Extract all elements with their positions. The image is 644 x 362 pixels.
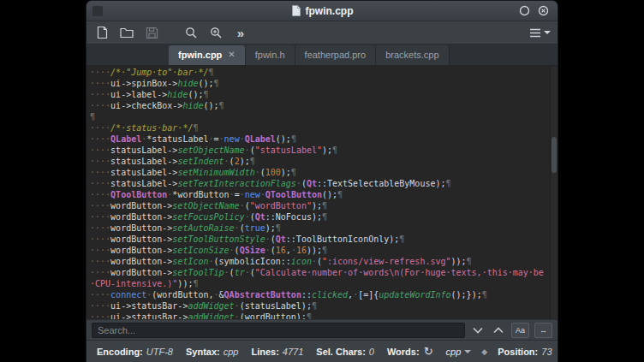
code-line: ····ui->spinBox->hide();¶ [90,78,548,89]
code-editor[interactable]: ····/*·"Jump·to"·bar·*/¶····ui->spinBox-… [86,66,558,319]
screen: fpwin.cpp [0,0,644,362]
code-line: ····wordButton->setToolButtonStyle·(Qt::… [90,234,548,245]
hamburger-menu-icon [529,28,541,38]
syntax-status: Syntax: cpp [186,347,239,357]
chevron-down-icon [473,327,483,334]
pilcrow-mark: ¶ [337,190,343,199]
window-menu-icon[interactable] [92,6,103,16]
pilcrow-mark: ¶ [322,246,327,255]
menu-button[interactable] [529,24,551,41]
tab-fpwin-h[interactable]: fpwin.h [246,45,295,65]
pilcrow-mark: ¶ [332,145,337,155]
maximize-icon [519,5,530,16]
match-case-button[interactable]: Aa [511,323,529,338]
code-line: ····statusLabel->setMinimumWidth·(100);¶ [90,167,548,178]
close-icon [538,5,549,16]
open-file-button[interactable] [118,24,135,41]
find-previous-button[interactable] [491,323,506,338]
replace-icon [210,27,223,39]
tab-brackets-cpp[interactable]: brackets.cpp [376,45,449,65]
tab-label: fpwin.cpp [178,50,222,60]
window-buttons [518,1,550,21]
close-button[interactable] [537,4,550,17]
titlebar[interactable]: fpwin.cpp [86,1,558,21]
code-line: ····wordButton->setFocusPolicy·(Qt::NoFo… [90,211,548,223]
jump-to-icon: » [237,27,244,39]
syntax-caret-icon [464,350,471,353]
pilcrow-mark: ¶ [90,112,95,122]
new-document-icon [96,26,109,39]
scrollbar-thumb[interactable] [552,137,557,173]
search-button[interactable] [182,24,200,41]
code-line: ····/*·"Jump·to"·bar·*/¶ [90,67,548,78]
pilcrow-mark: ¶ [203,90,208,99]
pilcrow-mark: ¶ [445,179,450,188]
maximize-button[interactable] [518,4,531,17]
code-line: ····ui->statusBar->addWidget·(statusLabe… [90,300,548,312]
toolbar: » [86,21,558,45]
code-line: ····QLabel·*statusLabel·=·new·QLabel();¶ [90,134,548,145]
code-line: ¶ [90,111,548,122]
position-status: Position: 73 [498,347,552,357]
statusbar-right: cpp ◆ Position: 73 [446,347,552,357]
lines-status: Lines: 4771 [251,347,303,357]
pilcrow-mark: ¶ [312,301,317,311]
statusbar-separator: ◆ [481,347,487,356]
window-title-text: fpwin.cpp [306,5,354,17]
pilcrow-mark: ¶ [208,68,213,77]
tab-label: featherpad.pro [305,50,367,60]
whole-word-button[interactable]: ↔ [534,323,552,338]
featherpad-window: fpwin.cpp [86,0,558,362]
tab-featherpad-pro[interactable]: featherpad.pro [295,45,377,65]
code-area: ····/*·"Jump·to"·bar·*/¶····ui->spinBox-… [90,67,548,319]
search-icon [185,27,198,39]
menu-caret-icon [544,31,551,34]
code-line: ····wordButton->setToolTip·(tr·("Calcula… [90,267,548,289]
pilcrow-mark: ¶ [307,312,312,319]
pilcrow-mark: ¶ [276,223,281,233]
syntax-value: cpp [224,347,239,357]
save-icon [146,27,158,39]
code-line: ····statusLabel->setTextInteractionFlags… [90,178,548,189]
tab-label: fpwin.h [255,50,285,60]
syntax-selector-button[interactable]: cpp [446,347,472,357]
sel-chars-label: Sel. Chars: [316,347,365,357]
code-line: ····statusLabel->setObjectName·("statusL… [90,145,548,156]
pilcrow-mark: ¶ [219,101,224,110]
code-line: ····connect·(wordButton,·&QAbstractButto… [90,289,548,300]
code-line: ····/*·status·bar·*/¶ [90,122,548,134]
close-tab-icon[interactable]: ✕ [228,50,235,59]
chevron-up-icon [493,327,504,334]
syntax-label: Syntax: [186,347,220,357]
code-line: ····ui->checkBox->hide();¶ [90,100,548,111]
new-document-button[interactable] [93,24,110,41]
code-line: ····wordButton->setIcon·(symbolicIcon::i… [90,256,548,267]
code-line: ····statusLabel->setIndent·(2);¶ [90,156,548,167]
code-line: ····wordButton->setIconSize·(QSize·(16,·… [90,245,548,256]
code-line: ····QToolButton·*wordButton·=·new·QToolB… [90,189,548,200]
jump-to-button[interactable]: » [232,24,249,41]
position-label: Position: [498,347,538,357]
words-status: Words: ↻ [387,346,433,357]
search-input[interactable] [92,323,465,338]
code-line: ····ui->label->hide();¶ [90,89,548,100]
save-file-button[interactable] [143,24,160,41]
open-folder-icon [120,27,134,39]
find-next-button[interactable] [470,323,486,338]
refresh-icon: ↻ [424,345,433,358]
pilcrow-mark: ¶ [193,279,198,288]
words-label: Words: [387,347,420,357]
tab-bar: fpwin.cpp ✕ fpwin.h featherpad.pro brack… [86,45,558,66]
code-line: ····wordButton->setObjectName·("wordButt… [90,200,548,211]
status-bar: Encoding: UTF-8 Syntax: cpp Lines: 4771 … [86,340,558,362]
editor-scrollbar[interactable] [550,66,558,319]
replace-button[interactable] [207,24,224,41]
selected-chars-status: Sel. Chars: 0 [316,347,374,357]
word-count-refresh-button[interactable]: ↻ [424,346,433,357]
pilcrow-mark: ¶ [482,290,487,300]
tab-fpwin-cpp[interactable]: fpwin.cpp ✕ [169,45,246,65]
lines-label: Lines: [251,347,278,357]
encoding-status: Encoding: UTF-8 [97,347,173,357]
pilcrow-mark: ¶ [291,134,296,144]
document-icon [291,5,301,16]
